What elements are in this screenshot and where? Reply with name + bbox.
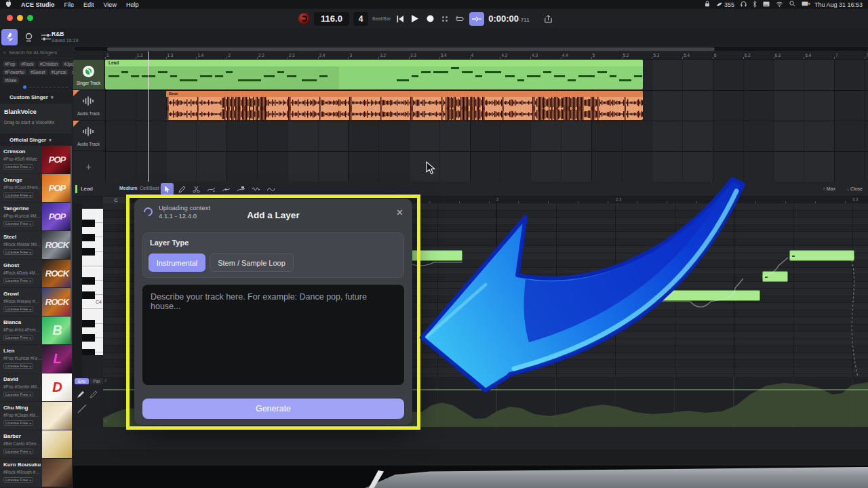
tab-env[interactable]: Env: [75, 378, 89, 384]
skip-start-button[interactable]: [395, 14, 406, 24]
transport-bar: 116.0 4 Beat/Bar 0:00:00·711: [298, 9, 554, 28]
apple-icon[interactable]: [5, 0, 12, 9]
menu-item-view[interactable]: View: [104, 1, 117, 8]
singer-card-crimson[interactable]: Crimson#Pop #Soft #MaleLicense Free »POP: [0, 146, 72, 174]
black-key[interactable]: [82, 220, 95, 227]
menu-item-help[interactable]: Help: [126, 1, 139, 8]
ruler-label: 6.3: [775, 53, 781, 58]
minimize-window-button[interactable]: [17, 15, 23, 21]
record-button[interactable]: [425, 14, 435, 24]
search-input[interactable]: [9, 49, 70, 56]
singer-card-orange[interactable]: Orange#Pop #Cool #Fem…License Free »POP: [0, 174, 72, 202]
black-key[interactable]: [82, 334, 95, 342]
singer-card-ghost[interactable]: Ghost#Rock #Dark #M…License Free »ROCK: [0, 260, 72, 287]
pencil-tool[interactable]: [176, 183, 189, 195]
singer-card-growl[interactable]: Growl#Rock #Heavy #…License Free »ROCK: [0, 288, 72, 316]
menu-item-ace-studio[interactable]: ACE Studio: [21, 1, 55, 8]
pitch-anchor-tool[interactable]: [220, 183, 233, 195]
quality-selector[interactable]: Medium: [119, 186, 137, 190]
ruler-label: 2.3: [289, 53, 295, 58]
black-key[interactable]: [82, 277, 95, 285]
singer-art: L: [42, 345, 72, 373]
lead-clip[interactable]: Lead: [105, 60, 643, 89]
midi-note[interactable]: [582, 290, 760, 301]
tag-chip[interactable]: #Female: [71, 69, 73, 75]
tag-chip[interactable]: #Rock: [19, 61, 35, 67]
official-singer-header[interactable]: Official Singer▾: [9, 137, 52, 143]
menu-item-file[interactable]: File: [64, 1, 75, 8]
singer-card-kuro-bousuku[interactable]: Kuro Bousuku#Rock #Rough #…License Free …: [0, 459, 72, 487]
close-window-button[interactable]: [7, 15, 13, 21]
loop-button[interactable]: [454, 14, 465, 24]
tag-chip[interactable]: #Pop: [3, 61, 17, 67]
singer-card-chu-ming[interactable]: Chu Ming#Pop #Clean #M…License Free »: [0, 402, 72, 430]
project-name: R&B: [52, 30, 64, 37]
tempo-display[interactable]: 116.0: [314, 12, 349, 26]
filter-strength-slider[interactable]: [23, 85, 71, 89]
play-button[interactable]: [410, 14, 420, 24]
black-key[interactable]: [82, 320, 95, 327]
scissors-tool[interactable]: [190, 183, 203, 195]
mini-note: [578, 75, 595, 77]
singer-card-lien[interactable]: Lien#Pop #Lyrical #Fe…License Free »L: [0, 345, 72, 373]
tag-chip[interactable]: #Sweet: [28, 69, 47, 75]
singer-card-bianca[interactable]: Bianca#Pop #Hot #Fem…License Free »B: [0, 317, 72, 344]
singer-art: [42, 402, 72, 430]
search-icon[interactable]: [789, 1, 795, 8]
singer-card-barber[interactable]: Barber#Bel Canto #Gen…License Free »: [0, 430, 72, 458]
blank-voice-card[interactable]: BlankVoice Drag to start a VoiceMix: [0, 104, 72, 134]
mode-selector[interactable]: Cell/Beat ▾: [140, 186, 163, 191]
draw-pen-icon[interactable]: [77, 389, 85, 401]
add-track-button[interactable]: +: [73, 151, 104, 182]
mini-note: [121, 71, 128, 73]
metronome-dots-icon[interactable]: [439, 14, 450, 24]
punch-in-button[interactable]: [469, 12, 484, 26]
scrollbar-thumb[interactable]: [107, 47, 715, 51]
tag-chip[interactable]: #Jpop: [62, 61, 73, 67]
pitch-pen-tool[interactable]: [205, 183, 218, 195]
display-icon: [802, 1, 808, 8]
vocal-icon-button[interactable]: [20, 29, 37, 45]
maximize-editor-button[interactable]: ↑ Max: [823, 186, 835, 191]
sidebar-scrollbar[interactable]: [71, 146, 72, 342]
catch-pen-icon[interactable]: [90, 389, 98, 401]
vibrato-tool[interactable]: [250, 183, 262, 195]
line-tool-icon[interactable]: [77, 404, 87, 416]
close-editor-button[interactable]: ↓ Close: [847, 186, 863, 191]
singer-card-steel[interactable]: Steel#Rock #Metal #M…License Free »ROCK: [0, 231, 72, 259]
zoom-window-button[interactable]: [27, 15, 33, 21]
horizontal-scrollbar[interactable]: [75, 47, 868, 51]
black-key[interactable]: [82, 349, 95, 356]
piano-keys[interactable]: C4: [82, 209, 103, 355]
tag-chip[interactable]: #Male: [3, 77, 19, 83]
audio-track-icon: [82, 126, 94, 140]
tag-chip[interactable]: #Childish: [38, 61, 60, 67]
track-grid[interactable]: LeadBeat: [104, 60, 868, 182]
mini-note: [158, 71, 167, 73]
track-header-2[interactable]: Audio Track: [73, 90, 104, 121]
playhead[interactable]: [148, 52, 149, 182]
menu-item-edit[interactable]: Edit: [83, 1, 94, 8]
black-key[interactable]: [82, 248, 95, 256]
track-header-3[interactable]: Audio Track: [73, 121, 104, 151]
singer-mode-button[interactable]: [1, 29, 18, 45]
midi-note[interactable]: [762, 271, 788, 282]
pitch-erase-tool[interactable]: [235, 183, 248, 195]
tab-par[interactable]: Par: [90, 378, 104, 384]
track-header-1[interactable]: Singer Track: [73, 60, 104, 90]
singer-card-tangerine[interactable]: Tangerine#Pop #Lyrical #M…License Free »…: [0, 203, 72, 230]
custom-singer-header[interactable]: Custom Singer▾: [9, 94, 53, 100]
black-key[interactable]: [82, 234, 95, 241]
bar-ruler[interactable]: 11.21.31.422.22.32.433.23.33.444.24.34.4…: [73, 52, 868, 60]
beat-clip[interactable]: Beat: [166, 91, 643, 120]
singer-search[interactable]: [0, 47, 73, 58]
pointer-tool[interactable]: [161, 183, 174, 195]
export-icon[interactable]: [543, 14, 554, 24]
tag-chip[interactable]: #Powerful: [3, 69, 26, 75]
tag-chip[interactable]: #Lyrical: [50, 69, 68, 75]
singer-card-david[interactable]: David#Pop #Gentle #M…License Free »D: [0, 373, 72, 401]
black-key[interactable]: [82, 291, 95, 299]
beats-display[interactable]: 4: [353, 12, 368, 26]
freeform-tool[interactable]: [264, 183, 277, 195]
midi-note[interactable]: [789, 250, 854, 261]
